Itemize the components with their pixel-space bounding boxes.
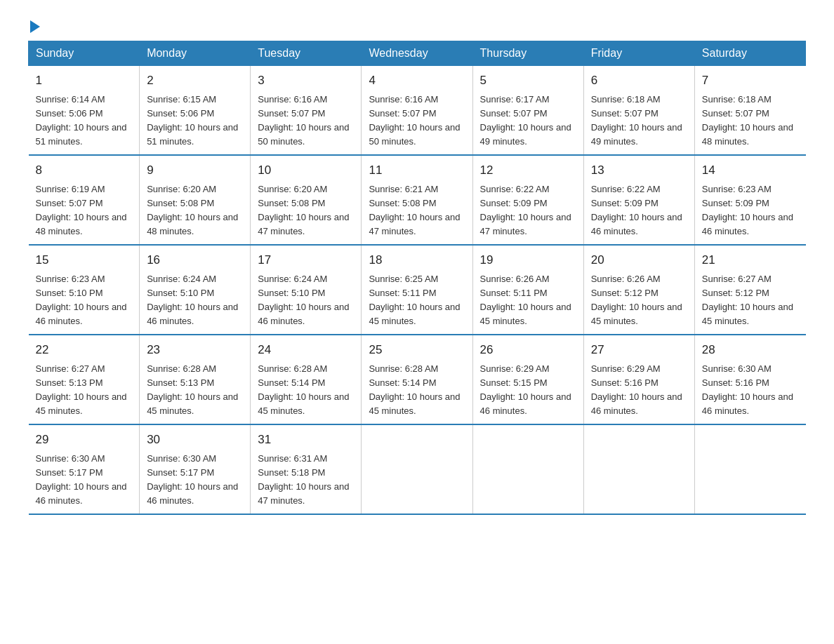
- day-info: Sunrise: 6:24 AMSunset: 5:10 PMDaylight:…: [258, 274, 349, 326]
- day-of-week-header: Saturday: [694, 41, 805, 66]
- calendar-week-row: 29 Sunrise: 6:30 AMSunset: 5:17 PMDaylig…: [29, 424, 806, 514]
- day-info: Sunrise: 6:23 AMSunset: 5:09 PMDaylight:…: [702, 184, 793, 236]
- day-number: 24: [258, 341, 354, 359]
- day-number: 27: [591, 341, 687, 359]
- calendar-day-cell: 19 Sunrise: 6:26 AMSunset: 5:11 PMDaylig…: [472, 245, 583, 335]
- day-number: 26: [480, 341, 576, 359]
- day-info: Sunrise: 6:20 AMSunset: 5:08 PMDaylight:…: [147, 184, 238, 236]
- calendar-day-cell: 23 Sunrise: 6:28 AMSunset: 5:13 PMDaylig…: [140, 335, 251, 424]
- day-number: 22: [36, 341, 133, 359]
- day-number: 17: [258, 251, 354, 269]
- calendar-body: 1 Sunrise: 6:14 AMSunset: 5:06 PMDayligh…: [29, 66, 806, 515]
- day-number: 23: [147, 341, 243, 359]
- day-number: 9: [147, 161, 243, 180]
- day-number: 13: [591, 161, 687, 180]
- day-info: Sunrise: 6:16 AMSunset: 5:07 PMDaylight:…: [258, 94, 349, 147]
- day-of-week-header: Wednesday: [362, 41, 472, 66]
- logo: [28, 21, 40, 34]
- calendar-day-cell: 18 Sunrise: 6:25 AMSunset: 5:11 PMDaylig…: [362, 245, 472, 335]
- day-info: Sunrise: 6:23 AMSunset: 5:10 PMDaylight:…: [36, 274, 127, 326]
- calendar-week-row: 8 Sunrise: 6:19 AMSunset: 5:07 PMDayligh…: [29, 155, 806, 245]
- day-number: 29: [36, 431, 133, 449]
- day-of-week-header: Sunday: [29, 41, 140, 66]
- calendar-day-cell: 29 Sunrise: 6:30 AMSunset: 5:17 PMDaylig…: [29, 424, 140, 514]
- calendar-day-cell: [362, 424, 472, 514]
- day-info: Sunrise: 6:27 AMSunset: 5:12 PMDaylight:…: [702, 274, 793, 326]
- calendar-day-cell: 22 Sunrise: 6:27 AMSunset: 5:13 PMDaylig…: [29, 335, 140, 424]
- day-of-week-header: Friday: [583, 41, 694, 66]
- day-info: Sunrise: 6:30 AMSunset: 5:16 PMDaylight:…: [702, 363, 793, 416]
- day-number: 21: [702, 251, 799, 269]
- calendar-day-cell: 11 Sunrise: 6:21 AMSunset: 5:08 PMDaylig…: [362, 155, 472, 245]
- day-number: 19: [480, 251, 576, 269]
- logo-blue: [28, 21, 40, 34]
- day-number: 4: [369, 72, 465, 90]
- day-info: Sunrise: 6:31 AMSunset: 5:18 PMDaylight:…: [258, 453, 349, 506]
- day-number: 6: [591, 72, 687, 90]
- day-number: 15: [36, 251, 133, 269]
- calendar-day-cell: 25 Sunrise: 6:28 AMSunset: 5:14 PMDaylig…: [362, 335, 472, 424]
- calendar-day-cell: [472, 424, 583, 514]
- calendar-day-cell: [583, 424, 694, 514]
- calendar-day-cell: 20 Sunrise: 6:26 AMSunset: 5:12 PMDaylig…: [583, 245, 694, 335]
- day-info: Sunrise: 6:29 AMSunset: 5:16 PMDaylight:…: [591, 363, 682, 416]
- calendar-week-row: 15 Sunrise: 6:23 AMSunset: 5:10 PMDaylig…: [29, 245, 806, 335]
- calendar-day-cell: 24 Sunrise: 6:28 AMSunset: 5:14 PMDaylig…: [251, 335, 362, 424]
- day-number: 1: [36, 72, 133, 90]
- calendar-day-cell: 3 Sunrise: 6:16 AMSunset: 5:07 PMDayligh…: [251, 66, 362, 156]
- calendar-table: SundayMondayTuesdayWednesdayThursdayFrid…: [28, 41, 806, 515]
- calendar-day-cell: 13 Sunrise: 6:22 AMSunset: 5:09 PMDaylig…: [583, 155, 694, 245]
- day-info: Sunrise: 6:28 AMSunset: 5:13 PMDaylight:…: [147, 363, 238, 416]
- logo-arrow-icon: [30, 20, 40, 33]
- calendar-week-row: 1 Sunrise: 6:14 AMSunset: 5:06 PMDayligh…: [29, 66, 806, 156]
- day-info: Sunrise: 6:28 AMSunset: 5:14 PMDaylight:…: [258, 363, 349, 416]
- day-number: 25: [369, 341, 465, 359]
- day-of-week-header: Monday: [140, 41, 251, 66]
- calendar-day-cell: 10 Sunrise: 6:20 AMSunset: 5:08 PMDaylig…: [251, 155, 362, 245]
- calendar-day-cell: 17 Sunrise: 6:24 AMSunset: 5:10 PMDaylig…: [251, 245, 362, 335]
- day-of-week-header: Tuesday: [251, 41, 362, 66]
- calendar-day-cell: 16 Sunrise: 6:24 AMSunset: 5:10 PMDaylig…: [140, 245, 251, 335]
- calendar-day-cell: 5 Sunrise: 6:17 AMSunset: 5:07 PMDayligh…: [472, 66, 583, 156]
- calendar-day-cell: 15 Sunrise: 6:23 AMSunset: 5:10 PMDaylig…: [29, 245, 140, 335]
- day-info: Sunrise: 6:21 AMSunset: 5:08 PMDaylight:…: [369, 184, 460, 236]
- day-info: Sunrise: 6:14 AMSunset: 5:06 PMDaylight:…: [36, 94, 127, 147]
- day-info: Sunrise: 6:29 AMSunset: 5:15 PMDaylight:…: [480, 363, 571, 416]
- day-info: Sunrise: 6:25 AMSunset: 5:11 PMDaylight:…: [369, 274, 460, 326]
- calendar-header: SundayMondayTuesdayWednesdayThursdayFrid…: [29, 41, 806, 66]
- day-info: Sunrise: 6:30 AMSunset: 5:17 PMDaylight:…: [147, 453, 238, 506]
- day-info: Sunrise: 6:20 AMSunset: 5:08 PMDaylight:…: [258, 184, 349, 236]
- calendar-day-cell: 7 Sunrise: 6:18 AMSunset: 5:07 PMDayligh…: [694, 66, 805, 156]
- calendar-day-cell: 27 Sunrise: 6:29 AMSunset: 5:16 PMDaylig…: [583, 335, 694, 424]
- day-number: 3: [258, 72, 354, 90]
- day-info: Sunrise: 6:30 AMSunset: 5:17 PMDaylight:…: [36, 453, 127, 506]
- day-number: 30: [147, 431, 243, 449]
- calendar-day-cell: 2 Sunrise: 6:15 AMSunset: 5:06 PMDayligh…: [140, 66, 251, 156]
- day-number: 31: [258, 431, 354, 449]
- day-number: 5: [480, 72, 576, 90]
- day-info: Sunrise: 6:18 AMSunset: 5:07 PMDaylight:…: [591, 94, 682, 147]
- calendar-day-cell: 1 Sunrise: 6:14 AMSunset: 5:06 PMDayligh…: [29, 66, 140, 156]
- day-number: 10: [258, 161, 354, 180]
- day-number: 8: [36, 161, 133, 180]
- day-info: Sunrise: 6:15 AMSunset: 5:06 PMDaylight:…: [147, 94, 238, 147]
- calendar-day-cell: [694, 424, 805, 514]
- calendar-day-cell: 4 Sunrise: 6:16 AMSunset: 5:07 PMDayligh…: [362, 66, 472, 156]
- calendar-day-cell: 12 Sunrise: 6:22 AMSunset: 5:09 PMDaylig…: [472, 155, 583, 245]
- day-info: Sunrise: 6:17 AMSunset: 5:07 PMDaylight:…: [480, 94, 571, 147]
- day-info: Sunrise: 6:26 AMSunset: 5:12 PMDaylight:…: [591, 274, 682, 326]
- day-number: 14: [702, 161, 799, 180]
- calendar-day-cell: 14 Sunrise: 6:23 AMSunset: 5:09 PMDaylig…: [694, 155, 805, 245]
- calendar-day-cell: 31 Sunrise: 6:31 AMSunset: 5:18 PMDaylig…: [251, 424, 362, 514]
- day-number: 18: [369, 251, 465, 269]
- day-info: Sunrise: 6:27 AMSunset: 5:13 PMDaylight:…: [36, 363, 127, 416]
- day-info: Sunrise: 6:28 AMSunset: 5:14 PMDaylight:…: [369, 363, 460, 416]
- calendar-day-cell: 8 Sunrise: 6:19 AMSunset: 5:07 PMDayligh…: [29, 155, 140, 245]
- day-of-week-header: Thursday: [472, 41, 583, 66]
- days-of-week-row: SundayMondayTuesdayWednesdayThursdayFrid…: [29, 41, 806, 66]
- day-number: 12: [480, 161, 576, 180]
- day-info: Sunrise: 6:22 AMSunset: 5:09 PMDaylight:…: [480, 184, 571, 236]
- day-info: Sunrise: 6:24 AMSunset: 5:10 PMDaylight:…: [147, 274, 238, 326]
- calendar-week-row: 22 Sunrise: 6:27 AMSunset: 5:13 PMDaylig…: [29, 335, 806, 424]
- page-header: [28, 21, 806, 34]
